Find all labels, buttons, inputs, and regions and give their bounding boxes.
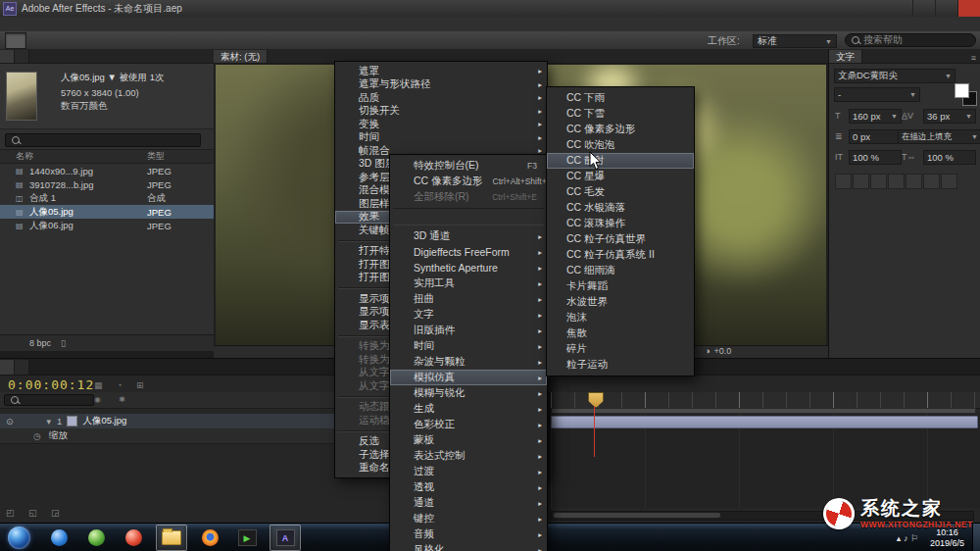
window-button[interactable] bbox=[912, 0, 935, 17]
trash-icon[interactable]: ▯ bbox=[61, 338, 66, 348]
leading-field[interactable]: 36 px▼ bbox=[923, 109, 976, 124]
type-style-button[interactable] bbox=[853, 174, 869, 189]
vertical-scale-field[interactable]: 100 % bbox=[849, 150, 902, 165]
taskbar-item[interactable] bbox=[156, 525, 187, 551]
tool-button[interactable] bbox=[201, 33, 220, 48]
menu-item[interactable]: 实用工具 ▸ bbox=[390, 276, 547, 291]
footage-tab[interactable]: 素材: (无) bbox=[214, 50, 268, 63]
menu-item[interactable]: 时间 ▸ bbox=[335, 131, 547, 145]
menu-item[interactable]: 品质 ▸ bbox=[335, 91, 547, 105]
font-size-field[interactable]: 160 px▼ bbox=[849, 109, 902, 124]
character-tab[interactable]: 文字 bbox=[829, 50, 862, 63]
type-style-button[interactable] bbox=[835, 174, 852, 189]
menu-item[interactable]: 模糊与锐化 ▸ bbox=[390, 385, 547, 401]
menu-item[interactable]: 文字 ▸ bbox=[390, 307, 547, 323]
stopwatch-icon[interactable]: ◷ bbox=[33, 431, 41, 441]
tool-button[interactable] bbox=[244, 33, 264, 48]
menu-item[interactable]: 扭曲 ▸ bbox=[390, 291, 547, 307]
timeline-search-input[interactable] bbox=[4, 394, 94, 406]
stroke-width-field[interactable]: 0 px bbox=[849, 129, 902, 144]
menu-item[interactable]: 键控 ▸ bbox=[390, 511, 547, 526]
tool-button[interactable] bbox=[93, 33, 113, 48]
panel-tab[interactable] bbox=[0, 50, 15, 63]
timeline-tab[interactable] bbox=[0, 360, 15, 375]
project-row[interactable]: ▤ 人像05.jpg JPEG bbox=[0, 205, 214, 219]
menu-item[interactable]: 色彩校正 ▸ bbox=[390, 417, 547, 432]
type-style-button[interactable] bbox=[906, 174, 922, 189]
menu-item[interactable]: 切换开关 ▸ bbox=[335, 105, 547, 119]
menu-item[interactable]: 遮罩 ▸ bbox=[335, 65, 547, 78]
menu-item[interactable]: CC 水银滴落 bbox=[547, 200, 694, 216]
menu-item[interactable]: 全部移除(R) Ctrl+Shift+E bbox=[390, 189, 547, 205]
menu-item[interactable]: CC 下雨 bbox=[547, 90, 694, 106]
menu-item[interactable]: CC 粒子仿真世界 bbox=[547, 231, 694, 247]
font-family-dropdown[interactable]: 文鼎DC黄阳尖 ▼ bbox=[834, 69, 956, 83]
timeline-tab[interactable] bbox=[15, 360, 29, 375]
menu-item[interactable]: 模拟仿真 ▸ bbox=[390, 370, 547, 385]
tool-button[interactable] bbox=[222, 33, 242, 48]
menu-item[interactable]: 时间 ▸ bbox=[390, 338, 547, 354]
menu-item[interactable]: 生成 ▸ bbox=[390, 401, 547, 417]
fill-mode-dropdown[interactable]: 在描边上填充▼ bbox=[898, 129, 980, 144]
column-toggle-icons[interactable]: ◉ ✱ bbox=[94, 395, 133, 404]
exposure-control[interactable]: ◑ +0.0 bbox=[700, 346, 731, 356]
current-time-display[interactable]: 0:00:00:12 bbox=[8, 377, 94, 392]
menu-item[interactable]: CC 像素多边形 bbox=[547, 122, 694, 137]
taskbar-item[interactable] bbox=[195, 526, 224, 550]
project-row[interactable]: ◫ 合成 1 合成 bbox=[0, 191, 214, 205]
taskbar-item[interactable] bbox=[44, 526, 74, 550]
time-ruler[interactable] bbox=[551, 392, 980, 409]
tool-button[interactable] bbox=[115, 33, 134, 48]
taskbar-item[interactable] bbox=[81, 526, 111, 550]
tool-button[interactable] bbox=[266, 33, 285, 48]
layer-color-chip[interactable] bbox=[67, 416, 77, 426]
menu-item[interactable]: 水波世界 bbox=[547, 294, 694, 310]
menu-item[interactable]: Synthetic Aperture ▸ bbox=[390, 260, 547, 276]
menu-item[interactable]: 泡沫 bbox=[547, 310, 694, 326]
menu-item[interactable]: 遮罩与形状路径 ▸ bbox=[335, 78, 547, 92]
type-style-button[interactable] bbox=[870, 174, 887, 189]
menu-item[interactable]: CC 散射 bbox=[547, 153, 694, 169]
menu-item[interactable]: 卡片舞蹈 bbox=[547, 278, 694, 294]
menu-item[interactable]: 3D 通道 ▸ bbox=[390, 228, 547, 244]
menu-item[interactable]: 风格化 ▸ bbox=[390, 542, 547, 551]
show-desktop-button[interactable] bbox=[972, 524, 980, 551]
horizontal-scale-field[interactable]: 100 % bbox=[923, 150, 976, 165]
taskbar-clock[interactable]: 10:16 2019/6/5 bbox=[930, 527, 964, 549]
menu-item[interactable]: CC 细雨滴 bbox=[547, 263, 694, 278]
tool-button[interactable] bbox=[158, 33, 177, 48]
window-button[interactable] bbox=[935, 0, 957, 17]
menu-item[interactable]: 旧版插件 ▸ bbox=[390, 323, 547, 338]
window-button[interactable] bbox=[957, 0, 980, 17]
workspace-dropdown[interactable]: 标准 ▼ bbox=[753, 34, 837, 48]
menu-item[interactable]: 碎片 bbox=[547, 341, 694, 357]
menu-item[interactable]: Digieffects FreeForm ▸ bbox=[390, 244, 547, 260]
menu-item[interactable]: 通道 ▸ bbox=[390, 495, 547, 511]
menu-item[interactable]: 焦散 bbox=[547, 326, 694, 341]
tray-icons[interactable]: ▴ ♪ ⚐ bbox=[897, 533, 918, 543]
work-area-bar[interactable] bbox=[551, 408, 976, 414]
panel-menu-icon[interactable]: ≡ bbox=[971, 53, 980, 63]
menu-item[interactable]: 过渡 ▸ bbox=[390, 464, 547, 479]
taskbar-item[interactable] bbox=[119, 526, 148, 550]
tool-button[interactable] bbox=[50, 33, 70, 48]
menu-item[interactable] bbox=[393, 208, 544, 225]
project-row[interactable]: ▤ 3910728...b.jpg JPEG bbox=[0, 177, 214, 191]
menu-item[interactable]: CC 粒子仿真系统 II bbox=[547, 247, 694, 263]
expand-arrow-icon[interactable]: ▾ bbox=[47, 417, 52, 426]
menu-item[interactable]: 变换 ▸ bbox=[335, 118, 547, 131]
tool-button[interactable] bbox=[179, 33, 199, 48]
menu-item[interactable]: 粒子运动 bbox=[547, 357, 694, 373]
panel-tab[interactable] bbox=[15, 50, 29, 63]
timeline-header-icons[interactable]: ▦ ◔ ⊞ bbox=[94, 380, 149, 390]
tool-button[interactable] bbox=[72, 33, 91, 48]
help-search-input[interactable]: 搜索帮助 bbox=[845, 33, 976, 47]
menu-item[interactable]: CC 毛发 bbox=[547, 184, 694, 200]
eye-icon[interactable]: ⊙ bbox=[6, 417, 14, 426]
menu-item[interactable]: 特效控制台(E) F3 bbox=[390, 158, 547, 174]
type-style-button[interactable] bbox=[941, 174, 957, 189]
project-row[interactable]: ▤ 人像06.jpg JPEG bbox=[0, 219, 214, 232]
layer-duration-bar[interactable] bbox=[551, 416, 978, 428]
menu-item[interactable]: CC 像素多边形 Ctrl+Alt+Shift+E bbox=[390, 174, 547, 189]
menu-item[interactable]: 透视 ▸ bbox=[390, 479, 547, 495]
